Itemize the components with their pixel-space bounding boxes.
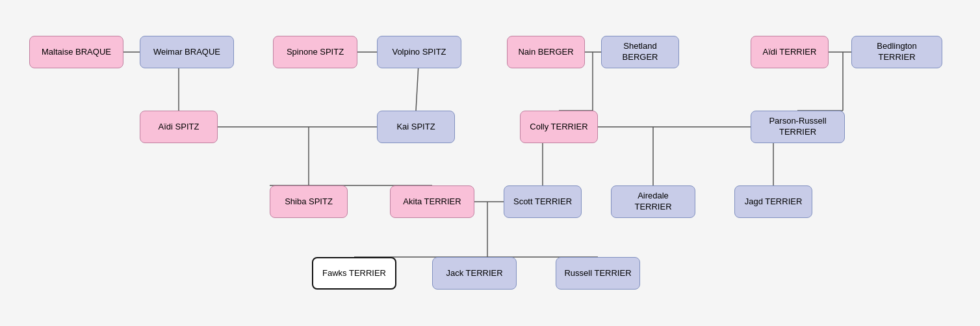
scott-terrier[interactable]: Scott TERRIER xyxy=(504,185,582,218)
shiba-spitz[interactable]: Shiba SPITZ xyxy=(270,185,348,218)
akita-terrier[interactable]: Akita TERRIER xyxy=(390,185,474,218)
nain-berger[interactable]: Nain BERGER xyxy=(507,36,585,68)
jack-terrier[interactable]: Jack TERRIER xyxy=(432,257,517,290)
volpino-spitz[interactable]: Volpino SPITZ xyxy=(377,36,461,68)
weimar-braque[interactable]: Weimar BRAQUE xyxy=(140,36,234,68)
russell-terrier[interactable]: Russell TERRIER xyxy=(556,257,640,290)
spinone-spitz[interactable]: Spinone SPITZ xyxy=(273,36,357,68)
aidi-terrier[interactable]: Aïdi TERRIER xyxy=(751,36,829,68)
tree-container: Maltaise BRAQUEWeimar BRAQUESpinone SPIT… xyxy=(0,0,980,326)
bedlington-terrier[interactable]: Bedlington TERRIER xyxy=(851,36,942,68)
maltaise-braque[interactable]: Maltaise BRAQUE xyxy=(29,36,123,68)
kai-spitz[interactable]: Kai SPITZ xyxy=(377,111,455,143)
colly-terrier[interactable]: Colly TERRIER xyxy=(520,111,598,143)
parson-russell-terrier[interactable]: Parson-Russell TERRIER xyxy=(751,111,845,143)
aidi-spitz[interactable]: Aïdi SPITZ xyxy=(140,111,218,143)
jagd-terrier[interactable]: Jagd TERRIER xyxy=(734,185,812,218)
airedale-terrier[interactable]: Airedale TERRIER xyxy=(611,185,695,218)
shetland-berger[interactable]: Shetland BERGER xyxy=(601,36,679,68)
fawks-terrier[interactable]: Fawks TERRIER xyxy=(312,257,396,290)
